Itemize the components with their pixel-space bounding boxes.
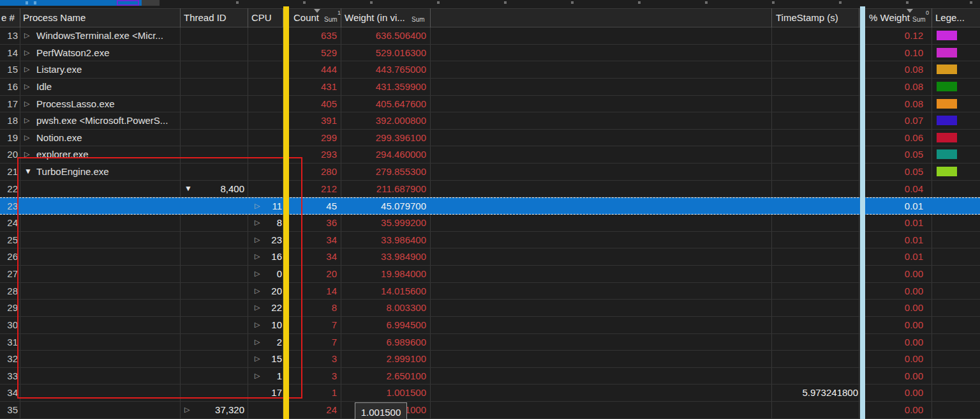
expand-expander-icon[interactable]: ▷ xyxy=(24,45,29,61)
column-header-count[interactable]: Count xyxy=(293,9,319,27)
row-number: 25 xyxy=(0,232,18,248)
weight-cell: 431.359900 xyxy=(342,79,426,95)
column-separator[interactable] xyxy=(932,8,932,27)
ruler-tick-fragment xyxy=(705,1,708,4)
table-row[interactable]: 19▷Notion.exe299299.3961000.06 xyxy=(0,130,980,147)
table-row[interactable]: 16▷Idle431431.3599000.08 xyxy=(0,79,980,96)
expand-expander-icon[interactable]: ▷ xyxy=(24,130,29,146)
focused-toolbar-button[interactable] xyxy=(117,0,139,6)
ruler-tick-fragment xyxy=(236,1,239,4)
ruler-tick-fragment xyxy=(970,1,972,4)
weight-cell: 14.015600 xyxy=(342,283,426,300)
percent-weight-aggregation-label: Sum xyxy=(912,16,926,23)
percent-weight-cell: 0.00 xyxy=(866,283,923,300)
expand-expander-icon[interactable]: ▷ xyxy=(24,27,29,44)
ruler-tick-fragment xyxy=(772,1,775,4)
ruler-tick-fragment xyxy=(839,1,842,4)
lightblue-gridline-bar[interactable] xyxy=(860,6,865,419)
column-separator[interactable] xyxy=(180,8,181,27)
row-number: 31 xyxy=(0,334,18,351)
percent-weight-cell: 0.00 xyxy=(866,385,923,401)
tab-glyph-fragment xyxy=(34,1,36,4)
count-cell: 529 xyxy=(290,45,337,61)
weight-cell: 19.984000 xyxy=(342,266,426,282)
ruler-tick-fragment xyxy=(571,1,574,4)
ruler-tick-fragment xyxy=(303,1,306,4)
percent-weight-cell: 0.06 xyxy=(866,130,923,146)
weight-cell: 33.986400 xyxy=(342,232,426,248)
weight-cell: 294.460000 xyxy=(342,146,426,163)
ruler-tick-fragment xyxy=(504,1,507,4)
column-header-cpu[interactable]: CPU xyxy=(251,9,272,27)
percent-weight-cell: 0.01 xyxy=(866,198,923,214)
column-header-weight[interactable]: Weight (in vi... xyxy=(345,9,405,27)
column-header-process-name[interactable]: Process Name xyxy=(23,9,85,27)
weight-cell: 6.994500 xyxy=(342,317,426,333)
legend-swatch xyxy=(937,405,957,415)
legend-swatch xyxy=(937,149,957,159)
weight-cell: 6.989600 xyxy=(342,334,426,351)
count-cell: 431 xyxy=(290,79,337,95)
legend-swatch xyxy=(937,116,957,125)
table-row[interactable]: 13▷WindowsTerminal.exe <Micr...635636.50… xyxy=(0,27,980,45)
table-row[interactable]: 14▷PerfWatson2.exe529529.0163000.10 xyxy=(0,45,980,62)
count-cell: 24 xyxy=(290,402,337,418)
column-header-percent-weight[interactable]: % Weight xyxy=(869,9,910,27)
table-header: e # Process Name Thread ID CPU Count Sum… xyxy=(0,8,980,27)
expand-expander-icon[interactable]: ▷ xyxy=(24,79,29,95)
ruler-tick-fragment xyxy=(437,1,440,4)
table-row[interactable]: 18▷pwsh.exe <Microsoft.PowerS...391392.0… xyxy=(0,112,980,130)
column-separator[interactable] xyxy=(341,8,341,27)
percent-weight-cell: 0.04 xyxy=(866,181,923,197)
column-separator[interactable] xyxy=(859,8,859,27)
column-header-line-number[interactable]: e # xyxy=(1,9,15,27)
expand-expander-icon[interactable]: ▷ xyxy=(24,112,29,129)
row-number: 21 xyxy=(0,164,18,180)
weight-cell: 211.687900 xyxy=(342,181,426,197)
process-name-cell: WindowsTerminal.exe <Micr... xyxy=(36,27,163,44)
legend-swatch xyxy=(937,286,957,296)
legend-swatch xyxy=(937,269,957,278)
red-annotation-rectangle xyxy=(17,157,302,399)
ruler-tick-fragment xyxy=(370,1,373,4)
yellow-gridline-bar[interactable] xyxy=(283,6,289,419)
percent-weight-cell: 0.10 xyxy=(866,45,923,61)
column-separator[interactable] xyxy=(771,8,772,27)
row-number: 24 xyxy=(0,215,18,231)
row-number: 22 xyxy=(0,181,18,197)
column-separator[interactable] xyxy=(20,8,20,27)
process-name-cell: ProcessLasso.exe xyxy=(36,96,115,112)
legend-swatch xyxy=(937,65,957,74)
table-row[interactable]: 17▷ProcessLasso.exe405405.6476000.08 xyxy=(0,96,980,113)
row-number: 27 xyxy=(0,266,18,282)
weight-cell: 443.765000 xyxy=(342,61,426,78)
column-separator[interactable] xyxy=(248,8,248,27)
expand-expander-icon[interactable]: ▷ xyxy=(24,96,29,112)
column-separator[interactable] xyxy=(430,8,431,27)
count-cell: 444 xyxy=(290,61,337,78)
column-header-legend[interactable]: Lege... xyxy=(935,9,965,27)
legend-swatch xyxy=(937,167,957,176)
percent-weight-cell: 0.08 xyxy=(866,61,923,78)
weight-cell: 636.506400 xyxy=(342,27,426,44)
column-header-thread-id[interactable]: Thread ID xyxy=(184,9,226,27)
legend-swatch xyxy=(937,201,957,211)
ruler-tick-fragment xyxy=(638,1,641,4)
table-row[interactable]: 35▷37,3202410000.00 xyxy=(0,402,980,419)
legend-swatch xyxy=(937,133,957,142)
row-number: 15 xyxy=(0,61,18,78)
weight-cell: 405.647600 xyxy=(342,96,426,112)
percent-weight-cell: 0.01 xyxy=(866,215,923,231)
expand-expander-icon[interactable]: ▷ xyxy=(24,61,29,78)
row-number: 20 xyxy=(0,146,18,163)
legend-swatch xyxy=(937,303,957,312)
column-header-timestamp[interactable]: TimeStamp (s) xyxy=(776,9,838,27)
percent-weight-cell: 0.00 xyxy=(866,266,923,282)
legend-swatch xyxy=(937,218,957,227)
percent-weight-cell: 0.00 xyxy=(866,317,923,333)
row-number: 28 xyxy=(0,283,18,300)
process-name-cell: PerfWatson2.exe xyxy=(36,45,110,61)
table-row[interactable]: 15▷Listary.exe444443.7650000.08 xyxy=(0,61,980,79)
process-name-cell: Listary.exe xyxy=(36,61,82,78)
weight-cell: 529.016300 xyxy=(342,45,426,61)
